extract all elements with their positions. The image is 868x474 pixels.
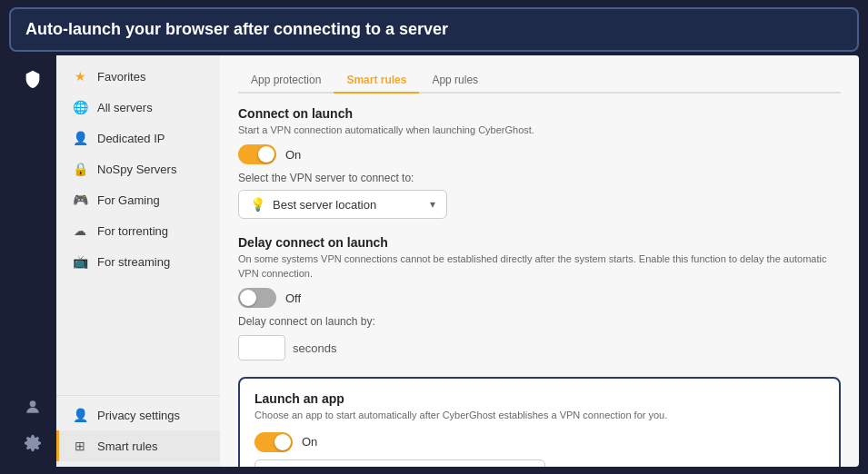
connect-on-launch-toggle[interactable]: [238, 144, 276, 164]
nav-label-nospy: NoSpy Servers: [97, 163, 176, 176]
tabs-bar: App protection Smart rules App rules: [238, 68, 841, 94]
seconds-unit: seconds: [293, 341, 336, 355]
connect-on-launch-title: Connect on launch: [238, 106, 841, 121]
nav-item-streaming[interactable]: 📺 For streaming: [56, 246, 220, 277]
launch-app-toggle-row: On: [254, 432, 824, 452]
nav-label-all-servers: All servers: [97, 101, 153, 114]
globe-icon: 🌐: [72, 100, 88, 114]
launch-app-knob: [274, 434, 291, 450]
launch-app-toggle-label: On: [302, 435, 317, 449]
toggle-knob: [258, 146, 274, 163]
nav-label-gaming: For Gaming: [97, 193, 160, 207]
smart-rules-icon: ⊞: [72, 439, 88, 453]
lock-icon: 🔒: [72, 162, 88, 176]
launch-app-desc: Choose an app to start automatically aft…: [254, 409, 824, 422]
location-icon: 💡: [250, 197, 265, 212]
delay-connect-section: Delay connect on launch On some systems …: [238, 235, 841, 360]
icon-sidebar: [9, 55, 56, 467]
gaming-icon: 🎮: [72, 193, 88, 207]
settings-nav-icon[interactable]: [16, 427, 49, 459]
dropdown-left: 💡 Best server location: [250, 197, 376, 212]
seconds-input[interactable]: [238, 335, 285, 360]
nav-sidebar-bottom: 👤 Privacy settings ⊞ Smart rules: [56, 395, 220, 461]
delay-seconds-label: Delay connect on launch by:: [238, 315, 841, 328]
main-content: App protection Smart rules App rules Con…: [220, 55, 859, 467]
launch-app-box: Launch an app Choose an app to start aut…: [238, 377, 841, 467]
icon-sidebar-bottom: [16, 390, 49, 459]
user-nav-icon[interactable]: [16, 390, 49, 423]
delay-toggle-label: Off: [285, 291, 301, 305]
banner: Auto-launch your browser after connectin…: [9, 7, 859, 52]
delay-connect-title: Delay connect on launch: [238, 235, 841, 250]
seconds-row: seconds: [238, 335, 841, 360]
nav-label-dedicated: Dedicated IP: [97, 132, 165, 145]
connect-toggle-row: On: [238, 144, 841, 164]
app-wrapper: Auto-launch your browser after connectin…: [0, 0, 868, 474]
tab-app-protection[interactable]: App protection: [238, 68, 334, 94]
streaming-icon: 📺: [72, 254, 88, 269]
server-location-dropdown[interactable]: 💡 Best server location ▾: [238, 190, 447, 219]
nav-item-gaming[interactable]: 🎮 For Gaming: [56, 184, 220, 215]
connect-toggle-label: On: [285, 148, 301, 162]
tab-label-smart-rules: Smart rules: [346, 74, 406, 86]
nav-sidebar: ★ Favorites 🌐 All servers 👤 Dedicated IP…: [56, 55, 220, 467]
delay-toggle-knob: [240, 290, 256, 306]
nav-item-privacy[interactable]: 👤 Privacy settings: [56, 400, 220, 430]
nav-item-favorites[interactable]: ★ Favorites: [56, 61, 220, 92]
connect-on-launch-desc: Start a VPN connection automatically whe…: [238, 123, 841, 137]
nav-label-privacy: Privacy settings: [97, 409, 180, 422]
svg-point-0: [30, 400, 36, 407]
nav-item-nospy[interactable]: 🔒 NoSpy Servers: [56, 153, 220, 184]
icon-sidebar-top: [16, 63, 49, 95]
nav-label-streaming: For streaming: [97, 255, 170, 269]
nav-item-dedicated-ip[interactable]: 👤 Dedicated IP: [56, 123, 220, 153]
dedicated-icon: 👤: [72, 131, 88, 145]
tab-smart-rules[interactable]: Smart rules: [334, 68, 419, 94]
nav-label-smart-rules: Smart rules: [97, 439, 157, 453]
chevron-down-icon: ▾: [430, 198, 435, 211]
launch-app-toggle[interactable]: [254, 432, 293, 452]
connect-on-launch-section: Connect on launch Start a VPN connection…: [238, 106, 841, 219]
star-icon: ★: [72, 69, 88, 84]
nav-item-smart-rules[interactable]: ⊞ Smart rules: [56, 430, 220, 461]
nav-sidebar-top: ★ Favorites 🌐 All servers 👤 Dedicated IP…: [56, 61, 220, 277]
torrent-icon: ☁: [72, 223, 88, 238]
nav-item-all-servers[interactable]: 🌐 All servers: [56, 92, 220, 123]
delay-toggle-row: Off: [238, 288, 841, 308]
app-area: ★ Favorites 🌐 All servers 👤 Dedicated IP…: [9, 55, 859, 467]
tab-label-app-protection: App protection: [251, 74, 321, 86]
tab-label-app-rules: App rules: [432, 74, 478, 86]
nav-item-torrenting[interactable]: ☁ For torrenting: [56, 215, 220, 246]
launch-app-title: Launch an app: [254, 391, 824, 406]
nav-label-torrenting: For torrenting: [97, 224, 168, 238]
delay-connect-toggle[interactable]: [238, 288, 276, 308]
banner-text: Auto-launch your browser after connectin…: [25, 20, 448, 39]
delay-connect-desc: On some systems VPN connections cannot b…: [238, 252, 841, 281]
nav-label-favorites: Favorites: [97, 70, 145, 84]
browser-dropdown[interactable]: Open default browser in incognito mode ▾: [254, 459, 545, 467]
tab-app-rules[interactable]: App rules: [419, 68, 491, 94]
dropdown-server-text: Best server location: [273, 198, 376, 212]
privacy-icon: 👤: [72, 408, 88, 422]
server-select-label: Select the VPN server to connect to:: [238, 172, 841, 184]
shield-nav-icon[interactable]: [16, 63, 49, 95]
